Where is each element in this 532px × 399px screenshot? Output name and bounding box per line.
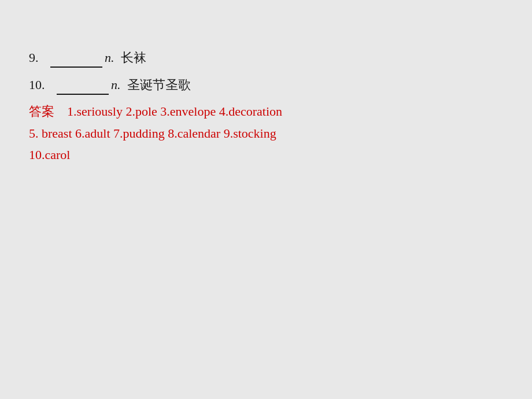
question-9: 9. n. 长袜 (29, 46, 503, 68)
answer-items-line2: 5. breast 6.adult 7.pudding 8.calendar 9… (29, 126, 276, 141)
question-10: 10. n. 圣诞节圣歌 (29, 73, 503, 95)
question-10-pos: n. (111, 77, 121, 92)
answer-label: 答案 (29, 104, 54, 119)
question-9-blank (50, 46, 102, 68)
answer-items-line1: 1.seriously 2.pole 3.envelope 4.decorati… (67, 104, 282, 119)
main-content: 9. n. 长袜 10. n. 圣诞节圣歌 答案 1.seriously 2.p… (0, 0, 532, 189)
question-9-number: 9. (29, 50, 39, 65)
answer-line-1: 答案 1.seriously 2.pole 3.envelope 4.decor… (29, 101, 503, 122)
answer-items-line3: 10.carol (29, 147, 70, 162)
question-9-pos: n. (105, 50, 114, 65)
question-9-chinese: 长袜 (121, 50, 146, 65)
question-10-number: 10. (29, 77, 45, 92)
question-10-chinese: 圣诞节圣歌 (127, 77, 191, 92)
answer-line-2: 5. breast 6.adult 7.pudding 8.calendar 9… (29, 123, 503, 144)
answer-section: 答案 1.seriously 2.pole 3.envelope 4.decor… (29, 101, 503, 165)
question-10-blank (57, 73, 109, 95)
answer-line-3: 10.carol (29, 144, 503, 165)
